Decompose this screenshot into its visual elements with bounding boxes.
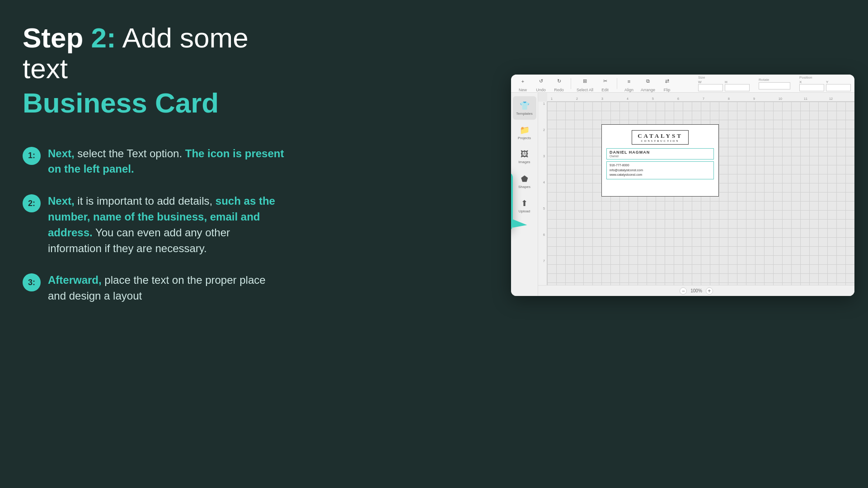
x-input[interactable] [799, 84, 824, 91]
select-all-label: Select All [577, 88, 593, 92]
new-button[interactable]: + [516, 75, 529, 88]
align-label: Align [624, 88, 633, 92]
card-logo: CATALYST CONSTRUCTION [632, 130, 689, 145]
new-button-group[interactable]: + New [515, 75, 531, 93]
edit-button[interactable]: ✂ [599, 75, 611, 88]
app-body: 👕 Templates 📁 Projects 🖼 Images T Text [511, 93, 854, 296]
redo-button[interactable]: ↻ [553, 75, 565, 88]
y-label: Y [826, 80, 851, 84]
projects-icon: 📁 [520, 125, 530, 135]
align-button[interactable]: ≡ [623, 75, 635, 88]
separator [571, 78, 571, 89]
zoom-level: 100% [690, 288, 702, 293]
arrange-group[interactable]: ⧉ Arrange [639, 75, 657, 93]
step-word: Step [23, 22, 83, 53]
h-label: H [725, 80, 750, 84]
step-badge-1: 1: [23, 147, 41, 165]
canvas-area: 123456789101112 1234567 CATALYST CONSTRU… [538, 93, 854, 296]
ruler-left: 1234567 [538, 102, 547, 285]
undo-button[interactable]: ↺ [535, 75, 547, 88]
images-icon: 🖼 [521, 150, 529, 159]
new-label: New [519, 88, 527, 92]
arrange-button[interactable]: ⧉ [642, 75, 654, 88]
position-prop: Position X Y [799, 75, 851, 91]
subtitle: Business Card [23, 88, 285, 118]
list-item: 2: Next, it is important to add details,… [23, 193, 285, 256]
separator [617, 78, 617, 89]
text-popup[interactable]: T Text [511, 172, 513, 231]
x-label: X [799, 80, 824, 84]
canvas-grid: CATALYST CONSTRUCTION DANIEL HAGMAN Owne… [547, 102, 854, 285]
ruler-top: 123456789101112 [547, 93, 854, 102]
card-contact-box: 916-777-8000 info@catalystconst.com www.… [606, 161, 714, 179]
card-logo-area: CATALYST CONSTRUCTION [602, 125, 718, 148]
card-email: info@catalystconst.com [610, 168, 711, 173]
images-label: Images [518, 160, 530, 164]
sidebar-item-images[interactable]: 🖼 Images T Text [513, 145, 536, 169]
step-num: 2: [91, 22, 116, 53]
step-text-3: Afterward, place the text on the proper … [48, 272, 285, 304]
undo-label: Undo [536, 88, 546, 92]
steps-list: 1: Next, select the Text option. The ico… [23, 146, 285, 304]
business-card[interactable]: CATALYST CONSTRUCTION DANIEL HAGMAN Owne… [601, 124, 719, 197]
bottom-bar: − 100% + [538, 285, 854, 296]
step-text-1: Next, select the Text option. The icon i… [48, 146, 285, 178]
step-badge-2: 2: [23, 194, 41, 212]
edit-label: Edit [601, 88, 609, 92]
flip-group[interactable]: ⇄ Flip [659, 75, 675, 93]
templates-icon: 👕 [520, 101, 530, 111]
templates-label: Templates [516, 112, 532, 116]
sidebar: 👕 Templates 📁 Projects 🖼 Images T Text [511, 93, 538, 296]
select-all-group[interactable]: ⊞ Select All [575, 75, 595, 93]
height-input[interactable] [725, 84, 750, 91]
position-label: Position [799, 75, 812, 80]
card-name-box: DANIEL HAGMAN Owner [606, 148, 714, 160]
card-phone: 916-777-8000 [610, 163, 711, 168]
projects-label: Projects [518, 136, 531, 140]
step-title: Step 2: Add some text [23, 23, 285, 84]
flip-button[interactable]: ⇄ [661, 75, 673, 88]
width-input[interactable] [698, 84, 723, 91]
sidebar-item-shapes[interactable]: ⬟ Shapes [513, 169, 536, 193]
shapes-icon: ⬟ [521, 174, 528, 184]
redo-button-group[interactable]: ↻ Redo [551, 75, 567, 93]
sidebar-item-projects[interactable]: 📁 Projects [513, 121, 536, 144]
list-item: 3: Afterward, place the text on the prop… [23, 272, 285, 304]
text-1: select the Text option. [77, 147, 185, 160]
card-name: DANIEL HAGMAN [610, 150, 711, 155]
redo-label: Redo [554, 88, 564, 92]
w-label: W [698, 80, 723, 84]
sidebar-item-templates[interactable]: 👕 Templates [513, 96, 536, 120]
undo-button-group[interactable]: ↺ Undo [533, 75, 549, 93]
flip-label: Flip [664, 88, 671, 92]
size-prop: Size W H [698, 75, 750, 91]
rotate-input[interactable] [759, 82, 790, 89]
sidebar-item-upload[interactable]: ⬆ Upload [513, 194, 536, 217]
highlight-1: Next, [48, 147, 75, 160]
edit-group[interactable]: ✂ Edit [597, 75, 613, 93]
card-logo-main: CATALYST [638, 132, 683, 139]
card-website: www.catalystconst.com [610, 173, 711, 178]
align-group[interactable]: ≡ Align [621, 75, 637, 93]
toolbar-right: Size W H Rotate Position [698, 75, 851, 91]
left-content: Step 2: Add some text Business Card 1: N… [23, 23, 285, 304]
toolbar: + New ↺ Undo ↻ Redo ⊞ Select All ✂ Edit … [511, 75, 854, 93]
rotate-prop: Rotate [759, 78, 790, 89]
zoom-out-button[interactable]: − [680, 287, 687, 295]
highlight-3: Afterward, [48, 274, 102, 286]
ui-mockup: + New ↺ Undo ↻ Redo ⊞ Select All ✂ Edit … [511, 75, 854, 296]
upload-icon: ⬆ [521, 198, 528, 208]
text-2: it is important to add details, [77, 195, 215, 207]
shapes-label: Shapes [518, 185, 530, 189]
select-all-button[interactable]: ⊞ [579, 75, 591, 88]
upload-label: Upload [519, 209, 530, 213]
step-badge-3: 3: [23, 273, 41, 291]
size-label: Size [698, 75, 705, 80]
card-owner-title: Owner [610, 155, 711, 158]
card-logo-sub: CONSTRUCTION [638, 140, 683, 142]
list-item: 1: Next, select the Text option. The ico… [23, 146, 285, 178]
zoom-in-button[interactable]: + [706, 287, 713, 295]
y-input[interactable] [826, 84, 851, 91]
highlight-2: Next, [48, 195, 75, 207]
arrange-label: Arrange [641, 88, 655, 92]
